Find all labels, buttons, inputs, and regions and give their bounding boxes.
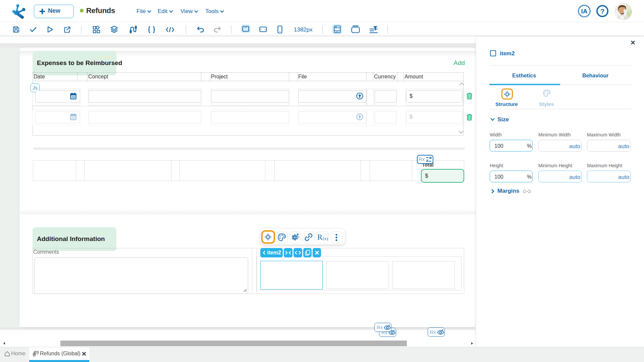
- svg-text:R: R: [317, 233, 323, 241]
- svg-text:(x): (x): [323, 236, 328, 241]
- svg-text:a: a: [426, 158, 429, 163]
- svg-text:IA: IA: [581, 8, 588, 15]
- svg-text:?: ?: [600, 7, 605, 15]
